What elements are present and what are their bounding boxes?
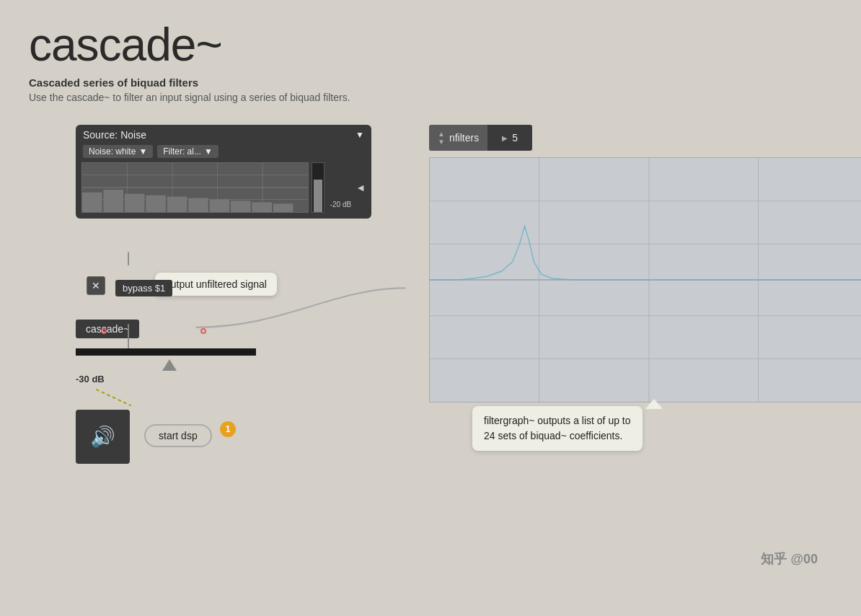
nfilters-label: ▲ ▼ nfilters — [429, 125, 487, 151]
svg-rect-16 — [252, 202, 272, 212]
spectrum-area: -20 dB ◄ — [81, 162, 366, 213]
main-area: Source: Noise ▼ Noise: white ▼ Filter: a… — [29, 125, 832, 582]
filter-arrow: ▼ — [204, 146, 213, 157]
db-label: -20 dB — [330, 201, 351, 210]
nfilters-value: ▶ 5 — [487, 125, 532, 151]
filtergraph-tooltip-arrow — [645, 399, 663, 409]
cascade-connector-left — [101, 328, 107, 334]
noise-dropdown[interactable]: Noise: white ▼ — [83, 145, 153, 158]
source-block: Source: Noise ▼ Noise: white ▼ Filter: a… — [76, 125, 371, 219]
page-container: cascade~ Cascaded series of biquad filte… — [0, 0, 861, 616]
waveform-bar — [76, 348, 256, 356]
source-dropdown-arrow[interactable]: ▼ — [356, 130, 364, 140]
svg-rect-11 — [146, 195, 166, 212]
svg-rect-12 — [167, 197, 187, 212]
dsp-badge: 1 — [220, 421, 236, 437]
filter-dropdown[interactable]: Filter: al... ▼ — [157, 145, 218, 158]
volume-bar — [312, 162, 324, 213]
cascade-connector-right — [200, 328, 206, 334]
svg-rect-9 — [103, 190, 123, 212]
db-indicator: -30 dB — [76, 374, 105, 384]
x-button[interactable]: ✕ — [87, 276, 105, 295]
cascade-block[interactable]: cascade~ — [76, 320, 139, 338]
speaker-icon: 🔊 — [90, 425, 115, 449]
nfilters-spinner[interactable]: ▲ ▼ — [438, 130, 445, 146]
svg-rect-17 — [273, 203, 293, 212]
svg-rect-14 — [210, 200, 230, 212]
speaker-block[interactable]: 🔊 — [76, 410, 130, 464]
waveform-triangle — [162, 359, 177, 371]
filtergraph — [429, 157, 861, 402]
source-label: Source: Noise — [83, 129, 146, 141]
volume-section — [312, 162, 324, 213]
svg-line-29 — [96, 390, 131, 406]
nfilters-arrow[interactable]: ▶ — [502, 134, 508, 142]
svg-rect-10 — [125, 194, 145, 212]
bypass-block[interactable]: bypass $1 — [115, 280, 172, 296]
page-title: cascade~ — [29, 22, 832, 68]
watermark: 知乎 @00 — [761, 550, 818, 568]
svg-rect-15 — [231, 201, 251, 212]
source-header: Source: Noise ▼ — [76, 125, 371, 144]
speaker-arrow[interactable]: ◄ — [356, 182, 366, 193]
start-dsp-button[interactable]: start dsp — [144, 424, 212, 447]
volume-fill — [314, 180, 322, 212]
subtitle-normal: Use the cascade~ to filter an input sign… — [29, 92, 832, 103]
tooltip-unfiltered: output unfiltered signal — [155, 273, 277, 296]
svg-rect-13 — [188, 198, 208, 212]
spectrum-display — [81, 162, 309, 213]
subtitle-bold: Cascaded series of biquad filters — [29, 76, 832, 89]
noise-arrow: ▼ — [138, 146, 147, 157]
nfilters-block: ▲ ▼ nfilters ▶ 5 — [429, 125, 532, 151]
filtergraph-tooltip: filtergraph~ outputs a list of up to 24 … — [472, 406, 643, 451]
source-row: Noise: white ▼ Filter: al... ▼ — [76, 144, 371, 159]
svg-rect-8 — [82, 193, 102, 212]
